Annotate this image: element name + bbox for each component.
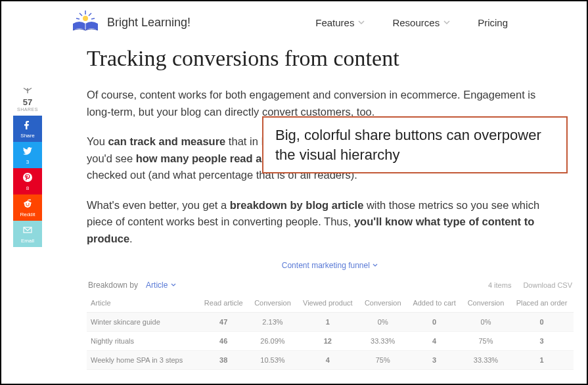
col-article: Article [87,294,198,313]
share-reddit-button[interactable]: Reddit [13,194,42,221]
paragraph: What's even better, you get a breakdown … [87,197,560,248]
col-read: Read article [198,294,248,313]
share-count: 57 SHARES [17,87,38,112]
svg-point-8 [26,203,27,204]
page-title: Tracking conversions from content [87,46,587,71]
download-csv-link[interactable]: Download CSV [523,281,572,289]
chevron-down-icon [170,282,177,288]
table-row[interactable]: Nightly rituals 46 26.09% 12 33.33% 4 75… [87,331,574,350]
header: Bright Learning! Features Resources Pric… [1,1,587,41]
nav-pricing[interactable]: Pricing [478,17,508,28]
col-placed: Placed an order [510,294,574,313]
svg-point-10 [24,202,25,203]
nav-features[interactable]: Features [315,17,366,28]
svg-point-12 [30,199,31,200]
data-table: Article Read article Conversion Viewed p… [87,294,574,370]
facebook-icon [22,120,33,131]
pinterest-icon [22,172,33,184]
svg-point-9 [28,203,30,204]
report-table: Content marketing funnel Breakdown by Ar… [87,261,574,370]
twitter-icon [22,146,33,158]
nav-resources[interactable]: Resources [392,17,451,28]
svg-line-1 [79,13,82,16]
breakdown-label: Breakdown by [88,281,138,290]
col-conv3: Conversion [462,294,510,313]
svg-line-4 [91,18,95,19]
share-twitter-button[interactable]: 3 [13,142,42,168]
table-toolbar: Breakdown by Article 4 items Download CS… [87,277,574,294]
share-email-button[interactable]: Email [13,221,42,247]
col-added: Added to cart [407,294,462,313]
items-count: 4 items [488,281,511,289]
svg-line-2 [89,13,91,16]
annotation-callout: Big, colorful share buttons can overpowe… [262,116,568,173]
chevron-down-icon [442,18,451,27]
breakdown-filter[interactable]: Article [146,281,177,290]
brand-logo[interactable]: Bright Learning! [70,9,191,35]
table-row[interactable]: Weekly home SPA in 3 steps 38 10.53% 4 7… [87,350,574,369]
col-viewed: Viewed product [297,294,359,313]
svg-line-3 [76,18,79,19]
paragraph: Of course, content works for both engage… [87,87,560,120]
col-conv2: Conversion [359,294,407,313]
table-header-row: Article Read article Conversion Viewed p… [87,294,574,313]
book-icon [70,9,101,35]
chevron-down-icon [372,262,378,269]
brand-name: Bright Learning! [107,16,191,30]
share-pinterest-button[interactable]: 8 [13,168,42,194]
svg-point-5 [83,16,88,21]
svg-point-7 [24,201,31,208]
col-conv1: Conversion [248,294,296,313]
reddit-icon [22,198,33,210]
funnel-dropdown[interactable]: Content marketing funnel [87,261,574,270]
share-rail: 57 SHARES Share 3 8 Reddit Email [13,87,42,247]
share-icon [17,87,38,96]
svg-point-11 [30,202,31,203]
nav: Features Resources Pricing [315,17,508,28]
table-row[interactable]: Winter skincare guide 47 2.13% 1 0% 0 0%… [87,312,574,331]
chevron-down-icon [357,18,366,27]
email-icon [22,225,33,237]
share-facebook-button[interactable]: Share [13,116,42,142]
